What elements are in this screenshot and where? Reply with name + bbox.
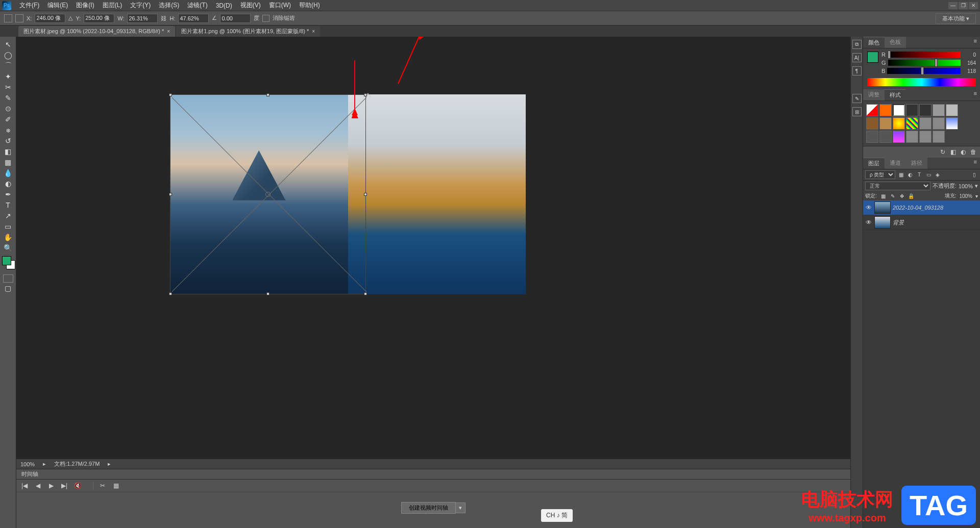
document-canvas[interactable] xyxy=(170,94,526,294)
panel-icon[interactable]: ◧ xyxy=(949,148,957,156)
angle-input[interactable] xyxy=(220,14,251,23)
quick-mask-icon[interactable] xyxy=(3,274,13,283)
eraser-tool-icon[interactable]: ◧ xyxy=(2,146,15,157)
style-swatch[interactable] xyxy=(919,117,932,130)
style-swatch[interactable] xyxy=(866,131,878,143)
type-tool-icon[interactable]: T xyxy=(2,199,15,210)
layer-thumbnail[interactable] xyxy=(874,216,891,229)
g-value[interactable]: 164 xyxy=(963,60,976,66)
tab-channels[interactable]: 通道 xyxy=(885,158,906,169)
brush-panel-icon[interactable]: ⊞ xyxy=(852,107,862,116)
filter-text-icon[interactable]: T xyxy=(916,171,923,179)
x-input[interactable] xyxy=(35,14,65,23)
layer-row[interactable]: 👁 背景 xyxy=(863,215,980,230)
reference-point-icon[interactable] xyxy=(15,14,23,22)
mute-icon[interactable]: 🔇 xyxy=(74,482,82,490)
brush-tool-icon[interactable]: ✐ xyxy=(2,114,15,124)
paragraph-panel-icon[interactable]: ¶ xyxy=(852,66,862,76)
color-preview[interactable] xyxy=(867,52,878,63)
style-swatch[interactable] xyxy=(933,131,945,143)
brush-preset-icon[interactable]: ✎ xyxy=(852,94,862,103)
style-swatch[interactable] xyxy=(879,104,892,116)
style-swatch[interactable] xyxy=(906,117,918,130)
eyedropper-tool-icon[interactable]: ✎ xyxy=(2,92,15,103)
opacity-value[interactable]: 100% xyxy=(959,183,973,189)
style-swatch[interactable] xyxy=(933,117,945,130)
layer-name[interactable]: 背景 xyxy=(893,219,904,227)
layer-row[interactable]: 👁 2022-10-04_093128 xyxy=(863,200,980,215)
style-swatch[interactable] xyxy=(919,104,932,116)
b-slider[interactable] xyxy=(887,68,961,74)
panel-menu-icon[interactable]: ≡ xyxy=(971,158,980,169)
zoom-level[interactable]: 100% xyxy=(20,461,35,467)
y-input[interactable] xyxy=(84,14,114,23)
style-swatch[interactable] xyxy=(879,117,892,130)
filter-shape-icon[interactable]: ▭ xyxy=(925,171,932,179)
layer-name[interactable]: 2022-10-04_093128 xyxy=(893,205,943,211)
spot-heal-tool-icon[interactable]: ⊙ xyxy=(2,103,15,114)
tab-styles[interactable]: 样式 xyxy=(885,89,906,100)
panel-menu-icon[interactable]: ≡ xyxy=(971,89,980,100)
style-swatch[interactable] xyxy=(919,131,932,143)
visibility-icon[interactable]: 👁 xyxy=(865,204,872,211)
dodge-tool-icon[interactable]: ◐ xyxy=(2,178,15,189)
blur-tool-icon[interactable]: 💧 xyxy=(2,167,15,178)
minimize-button[interactable]: — xyxy=(948,2,958,9)
menu-help[interactable]: 帮助(H) xyxy=(295,1,324,10)
close-icon[interactable]: × xyxy=(312,29,315,34)
timeline-dropdown-icon[interactable]: ▾ xyxy=(455,502,465,513)
foreground-color[interactable] xyxy=(2,256,11,265)
history-brush-tool-icon[interactable]: ↺ xyxy=(2,135,15,146)
fill-dropdown-icon[interactable]: ▾ xyxy=(975,193,978,199)
filter-adjust-icon[interactable]: ◐ xyxy=(906,171,914,179)
hand-tool-icon[interactable]: ✋ xyxy=(2,232,15,242)
maximize-button[interactable]: ❐ xyxy=(959,2,968,9)
style-swatch[interactable] xyxy=(866,117,878,130)
antialias-checkbox[interactable] xyxy=(262,15,270,22)
split-icon[interactable]: ✂ xyxy=(99,482,107,490)
document-tab-inactive[interactable]: 图片素材1.png @ 100% (图片素材19, 图层蒙版/8) * × xyxy=(176,26,320,37)
marquee-tool-icon[interactable]: ◯ xyxy=(2,49,15,60)
menu-view[interactable]: 视图(V) xyxy=(236,1,265,10)
prev-frame-icon[interactable]: ◀ xyxy=(34,482,42,490)
lasso-tool-icon[interactable]: ⌒ xyxy=(2,60,15,71)
history-panel-icon[interactable]: ⧉ xyxy=(852,40,862,49)
layer-thumbnail[interactable] xyxy=(874,202,891,214)
trash-icon[interactable]: 🗑 xyxy=(970,148,977,156)
timeline-tab[interactable]: 时间轴 xyxy=(16,469,850,480)
clone-stamp-tool-icon[interactable]: ⎈ xyxy=(2,124,15,135)
color-swatches[interactable] xyxy=(1,256,15,271)
close-button[interactable]: ✕ xyxy=(969,2,978,9)
create-timeline-button[interactable]: 创建视频时间轴 xyxy=(401,502,456,514)
gradient-tool-icon[interactable]: ▦ xyxy=(2,157,15,167)
transform-tool-icon[interactable] xyxy=(4,14,12,22)
canvas-area[interactable]: ⤡ 100% ▸ 文档:1.27M/2.97M ▸ 时间 xyxy=(16,37,850,528)
filter-smart-icon[interactable]: ◈ xyxy=(934,171,941,179)
menu-window[interactable]: 窗口(W) xyxy=(265,1,295,10)
visibility-icon[interactable]: 👁 xyxy=(865,219,872,226)
tab-paths[interactable]: 路径 xyxy=(906,158,927,169)
document-tab-active[interactable]: 图片素材.jpeg @ 100% (2022-10-04_093128, RGB… xyxy=(18,26,175,37)
tab-color[interactable]: 颜色 xyxy=(863,37,885,48)
magic-wand-tool-icon[interactable]: ✦ xyxy=(2,71,15,82)
style-swatch[interactable] xyxy=(879,131,892,143)
zoom-tool-icon[interactable]: 🔍 xyxy=(2,242,15,253)
style-swatch[interactable] xyxy=(893,131,905,143)
pen-tool-icon[interactable]: ✒ xyxy=(2,189,15,199)
goto-first-icon[interactable]: |◀ xyxy=(20,482,29,490)
style-swatch[interactable] xyxy=(946,104,958,116)
tab-swatches[interactable]: 色板 xyxy=(885,37,906,48)
crop-tool-icon[interactable]: ✂ xyxy=(2,82,15,92)
lock-position-icon[interactable]: ✥ xyxy=(898,192,905,199)
lock-all-icon[interactable]: 🔒 xyxy=(908,192,915,199)
ime-indicator[interactable]: CH ♪ 简 xyxy=(541,509,573,522)
workspace-selector[interactable]: 基本功能 ▾ xyxy=(936,13,976,24)
lock-image-icon[interactable]: ✎ xyxy=(889,192,896,199)
style-swatch[interactable] xyxy=(906,104,918,116)
panel-icon[interactable]: ↻ xyxy=(939,148,946,156)
menu-image[interactable]: 图像(I) xyxy=(72,1,98,10)
r-value[interactable]: 0 xyxy=(963,52,976,58)
menu-filter[interactable]: 滤镜(T) xyxy=(183,1,211,10)
menu-file[interactable]: 文件(F) xyxy=(15,1,43,10)
transition-icon[interactable]: ▦ xyxy=(112,482,120,490)
